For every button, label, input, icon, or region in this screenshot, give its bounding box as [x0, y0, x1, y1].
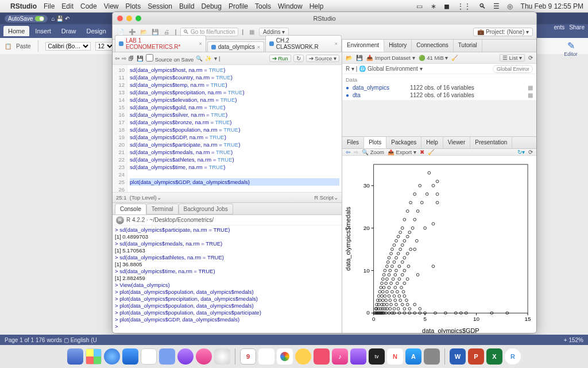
- rerun-button[interactable]: ↻: [293, 55, 304, 62]
- plots-tab[interactable]: Viewer: [443, 137, 470, 148]
- dock-app[interactable]: [159, 348, 175, 365]
- show-doc-icon[interactable]: 🗐: [129, 55, 134, 62]
- fwd-icon[interactable]: ⇨: [122, 55, 126, 62]
- refresh-plot-icon[interactable]: ⟳: [528, 149, 533, 155]
- menubar-clock[interactable]: Thu Feb 9 12:55 PM: [521, 2, 583, 10]
- dock-app[interactable]: tv: [369, 348, 385, 365]
- load-icon[interactable]: 📂: [346, 55, 353, 61]
- grid-icon[interactable]: ▦: [247, 28, 257, 37]
- save-icon[interactable]: 💾: [137, 55, 144, 62]
- back-icon[interactable]: ⇦: [115, 55, 119, 62]
- undo-icon[interactable]: ↶: [65, 16, 69, 22]
- paste-icon[interactable]: 📋: [5, 43, 11, 49]
- env-tab[interactable]: History: [384, 40, 412, 52]
- clear-plots-icon[interactable]: 🧹: [428, 149, 435, 155]
- plots-tab[interactable]: Help: [421, 137, 443, 148]
- word-tab[interactable]: Insert: [30, 26, 56, 36]
- dock-app[interactable]: R: [505, 348, 521, 365]
- plots-tab[interactable]: Plots: [364, 137, 386, 148]
- menubar-item[interactable]: File: [44, 2, 55, 10]
- share-button[interactable]: Share: [569, 24, 585, 30]
- tab-terminal[interactable]: Terminal: [146, 204, 179, 214]
- env-tab[interactable]: Tutorial: [454, 40, 482, 52]
- wand-icon[interactable]: ✨: [205, 55, 212, 62]
- source-on-save-checkbox[interactable]: Source on Save: [146, 54, 194, 63]
- menubar-item[interactable]: Plots: [126, 2, 141, 10]
- dock-app[interactable]: [141, 348, 157, 365]
- remove-plot-icon[interactable]: ✖: [420, 149, 424, 155]
- search-icon[interactable]: 🔍︎: [479, 2, 486, 10]
- env-row[interactable]: ●data_olympics1122 obs. of 16 variables▦: [346, 84, 533, 91]
- maximize-icon[interactable]: [136, 16, 141, 21]
- env-tab[interactable]: Connections: [412, 40, 454, 52]
- print-icon[interactable]: 🖨: [162, 28, 171, 37]
- plots-tab[interactable]: Presentation: [470, 137, 512, 148]
- font-select[interactable]: Calibri (Bo…: [45, 42, 91, 51]
- save-all-icon[interactable]: 💾: [150, 28, 160, 37]
- dock-app[interactable]: [122, 348, 138, 365]
- publish-icon[interactable]: ↻▾: [517, 149, 525, 155]
- env-search-input[interactable]: [493, 65, 533, 73]
- env-tab[interactable]: Environment: [342, 40, 384, 52]
- dock-app[interactable]: [67, 348, 83, 365]
- menubar-item[interactable]: Debug: [202, 2, 222, 10]
- word-tab[interactable]: Home: [3, 26, 29, 36]
- dock-app[interactable]: [177, 348, 194, 365]
- tab-bgjobs[interactable]: Background Jobs: [179, 204, 233, 214]
- source-editor[interactable]: 10 11 12 13 14 15 16 17 18 19 20 21 22 2…: [113, 65, 342, 192]
- dock-app[interactable]: [277, 348, 293, 365]
- dock-app[interactable]: P: [468, 348, 484, 365]
- home-icon[interactable]: ⌂: [51, 16, 55, 22]
- menubar-item[interactable]: Window: [278, 2, 303, 10]
- tab-console[interactable]: Console: [115, 204, 146, 214]
- word-tab[interactable]: Design: [82, 26, 111, 36]
- minimize-icon[interactable]: [126, 16, 132, 21]
- import-dataset-button[interactable]: 📥 Import Dataset ▾: [366, 55, 415, 61]
- plot-next-icon[interactable]: ⇨: [354, 149, 358, 155]
- menubar-item[interactable]: View: [104, 2, 119, 10]
- export-button[interactable]: 📤 Export ▾: [388, 149, 416, 155]
- dock-app[interactable]: [350, 348, 366, 365]
- source-button[interactable]: ➔ Source ▾: [306, 55, 339, 62]
- memory-indicator[interactable]: 🟢 41 MiB ▾: [419, 55, 448, 61]
- dock-app[interactable]: A: [405, 348, 421, 365]
- save-ws-icon[interactable]: 💾: [356, 55, 363, 61]
- project-menu[interactable]: 💼 Project: (None) ▾: [473, 28, 533, 36]
- refresh-icon[interactable]: ⟳: [528, 55, 533, 61]
- new-project-icon[interactable]: ➕: [127, 28, 137, 37]
- save-icon[interactable]: 💾: [56, 16, 63, 22]
- dock-app[interactable]: 9: [240, 348, 256, 365]
- dock-app[interactable]: W: [450, 348, 466, 365]
- plots-tab[interactable]: Packages: [386, 137, 421, 148]
- open-icon[interactable]: 📂: [139, 28, 148, 37]
- view-mode-button[interactable]: ☰ List ▾: [500, 54, 525, 62]
- menubar-item[interactable]: Edit: [61, 2, 74, 10]
- rstudio-titlebar[interactable]: RStudio: [113, 12, 536, 25]
- menubar-item[interactable]: Session: [148, 2, 172, 10]
- dock-app[interactable]: N: [387, 348, 403, 365]
- menubar-item[interactable]: Profile: [229, 2, 248, 10]
- close-icon[interactable]: [117, 16, 123, 21]
- autosave-toggle[interactable]: AutoSave: [5, 15, 48, 22]
- dock-app[interactable]: [258, 348, 274, 365]
- dock-app[interactable]: [295, 348, 311, 365]
- source-file-tab[interactable]: data_olympics×: [207, 41, 264, 52]
- new-file-icon[interactable]: 📄: [116, 28, 125, 37]
- plots-tab[interactable]: Files: [342, 137, 364, 148]
- comments-label[interactable]: ents: [554, 24, 564, 30]
- editor-icon[interactable]: ✎: [567, 40, 575, 51]
- word-tab[interactable]: Draw: [57, 26, 81, 36]
- broom-icon[interactable]: 🧹: [451, 55, 458, 61]
- dock-app[interactable]: X: [486, 348, 502, 365]
- control-center-icon[interactable]: ☰: [493, 2, 500, 10]
- menubar-app[interactable]: RStudio: [10, 2, 37, 10]
- dock-app[interactable]: [196, 348, 212, 365]
- dock-app[interactable]: [104, 348, 120, 365]
- dock-app[interactable]: [424, 348, 440, 365]
- source-file-tab[interactable]: CH.2 CLASSWORK.R×: [265, 35, 342, 52]
- menubar-item[interactable]: Tools: [255, 2, 271, 10]
- run-button[interactable]: ➔ Run: [269, 55, 291, 62]
- menubar-item[interactable]: Build: [179, 2, 195, 10]
- dock-app[interactable]: [86, 348, 102, 365]
- env-row[interactable]: ●dta1122 obs. of 16 variables▦: [346, 91, 533, 99]
